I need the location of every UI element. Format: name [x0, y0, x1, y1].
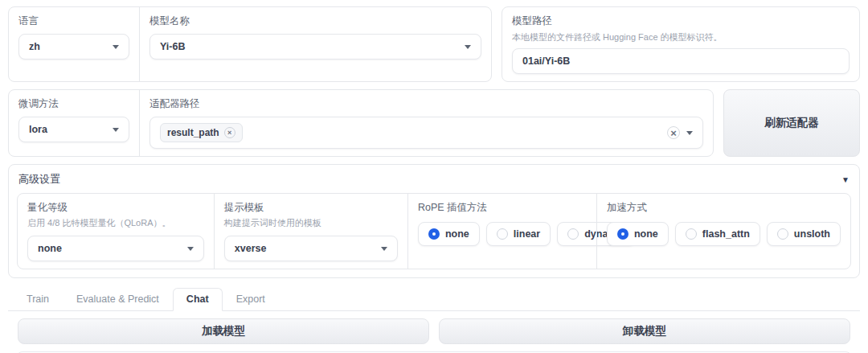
quantization-label: 量化等级 — [27, 201, 204, 215]
radio-selected-icon — [617, 228, 628, 240]
template-label: 提示模板 — [224, 201, 398, 215]
template-dropdown[interactable]: xverse — [224, 236, 398, 261]
language-field: 语言 zh — [9, 7, 139, 81]
advanced-settings-title: 高级设置 — [18, 172, 60, 187]
language-value: zh — [29, 41, 40, 52]
rope-option-label: linear — [514, 228, 540, 240]
model-path-label: 模型路径 — [512, 14, 850, 28]
finetune-form: 微调方法 lora 适配器路径 result_path × × — [8, 89, 714, 157]
finetune-method-field: 微调方法 lora — [9, 90, 139, 156]
top-row: 语言 zh 模型名称 Yi-6B 模型路径 本地模型的文件路径或 Hugging… — [8, 6, 860, 82]
chat-tab-panel: 加载模型 卸载模型 模型未加载，请先加载模型。 — [8, 311, 860, 353]
chevron-down-icon — [686, 131, 693, 135]
booster-option-unsloth[interactable]: unsloth — [767, 222, 841, 246]
radio-selected-icon — [428, 228, 440, 240]
tab-export[interactable]: Export — [223, 288, 279, 311]
booster-label: 加速方式 — [607, 201, 841, 215]
booster-field: 加速方式 none flash_attn unsloth — [596, 194, 850, 269]
finetune-method-value: lora — [29, 124, 47, 135]
template-value: xverse — [235, 243, 267, 254]
quantization-field: 量化等级 启用 4/8 比特模型量化（QLoRA）。 none — [18, 194, 214, 269]
model-name-field: 模型名称 Yi-6B — [139, 7, 491, 81]
model-path-form: 模型路径 本地模型的文件路径或 Hugging Face 的模型标识符。 01a… — [502, 6, 860, 82]
template-field: 提示模板 构建提示词时使用的模板 xverse — [214, 194, 407, 269]
clear-icon[interactable]: × — [667, 126, 680, 139]
language-label: 语言 — [18, 14, 129, 28]
accordion-collapse-icon[interactable]: ▼ — [841, 175, 850, 184]
adapter-path-label: 适配器路径 — [149, 97, 703, 111]
llamaboard-page: 语言 zh 模型名称 Yi-6B 模型路径 本地模型的文件路径或 Hugging… — [0, 0, 868, 353]
advanced-settings-body: 量化等级 启用 4/8 比特模型量化（QLoRA）。 none 提示模板 构建提… — [17, 193, 851, 269]
tab-evaluate-predict[interactable]: Evaluate & Predict — [63, 288, 173, 311]
booster-option-flash-attn[interactable]: flash_attn — [675, 222, 760, 246]
model-action-buttons: 加载模型 卸载模型 — [18, 318, 850, 344]
advanced-settings-accordion: 高级设置 ▼ 量化等级 启用 4/8 比特模型量化（QLoRA）。 none 提… — [8, 164, 860, 278]
chip-remove-icon[interactable]: × — [224, 127, 235, 138]
chevron-down-icon — [465, 45, 471, 49]
model-path-value: 01ai/Yi-6B — [522, 55, 570, 67]
rope-radio-group: none linear dynamic — [418, 222, 587, 246]
model-name-dropdown[interactable]: Yi-6B — [149, 34, 481, 60]
model-name-value: Yi-6B — [160, 41, 186, 52]
adapter-chip-label: result_path — [167, 127, 219, 138]
tab-chat[interactable]: Chat — [173, 288, 223, 311]
finetune-row: 微调方法 lora 适配器路径 result_path × × — [8, 89, 860, 157]
quantization-dropdown[interactable]: none — [27, 236, 204, 261]
tab-train[interactable]: Train — [13, 288, 63, 311]
radio-unselected-icon — [567, 228, 579, 240]
chevron-down-icon — [187, 247, 194, 251]
model-path-input[interactable]: 01ai/Yi-6B — [512, 48, 850, 74]
finetune-method-dropdown[interactable]: lora — [18, 117, 129, 142]
language-dropdown[interactable]: zh — [18, 34, 129, 60]
model-path-info: 本地模型的文件路径或 Hugging Face 的模型标识符。 — [512, 31, 850, 43]
radio-unselected-icon — [777, 228, 788, 240]
refresh-adapters-button[interactable]: 刷新适配器 — [723, 89, 860, 157]
rope-label: RoPE 插值方法 — [418, 201, 587, 215]
booster-option-label: unsloth — [794, 228, 830, 240]
booster-option-label: none — [634, 228, 658, 240]
chevron-down-icon — [113, 45, 119, 49]
chevron-down-icon — [381, 247, 387, 251]
advanced-settings-header[interactable]: 高级设置 ▼ — [9, 165, 859, 191]
tab-bar: Train Evaluate & Predict Chat Export — [8, 288, 860, 311]
finetune-method-label: 微调方法 — [18, 97, 129, 111]
model-name-label: 模型名称 — [149, 14, 481, 28]
rope-option-none[interactable]: none — [418, 222, 480, 246]
quantization-value: none — [38, 243, 62, 254]
radio-unselected-icon — [686, 228, 697, 240]
rope-field: RoPE 插值方法 none linear dynamic — [407, 194, 596, 269]
model-path-field: 模型路径 本地模型的文件路径或 Hugging Face 的模型标识符。 01a… — [502, 7, 859, 81]
language-model-form: 语言 zh 模型名称 Yi-6B — [8, 6, 492, 82]
load-model-button[interactable]: 加载模型 — [18, 318, 429, 344]
advanced-form: 量化等级 启用 4/8 比特模型量化（QLoRA）。 none 提示模板 构建提… — [17, 193, 851, 269]
quantization-info: 启用 4/8 比特模型量化（QLoRA）。 — [27, 217, 204, 229]
unload-model-button[interactable]: 卸载模型 — [439, 318, 850, 344]
adapter-path-multiselect[interactable]: result_path × × — [149, 117, 703, 149]
booster-radio-group: none flash_attn unsloth — [607, 222, 841, 246]
chevron-down-icon — [113, 128, 119, 132]
rope-option-linear[interactable]: linear — [486, 222, 551, 246]
template-info: 构建提示词时使用的模板 — [224, 217, 398, 229]
adapter-chip: result_path × — [160, 123, 243, 142]
booster-option-none[interactable]: none — [607, 222, 669, 246]
rope-option-label: none — [445, 228, 469, 240]
radio-unselected-icon — [497, 228, 508, 240]
booster-option-label: flash_attn — [702, 228, 750, 240]
adapter-path-field: 适配器路径 result_path × × — [139, 90, 713, 156]
